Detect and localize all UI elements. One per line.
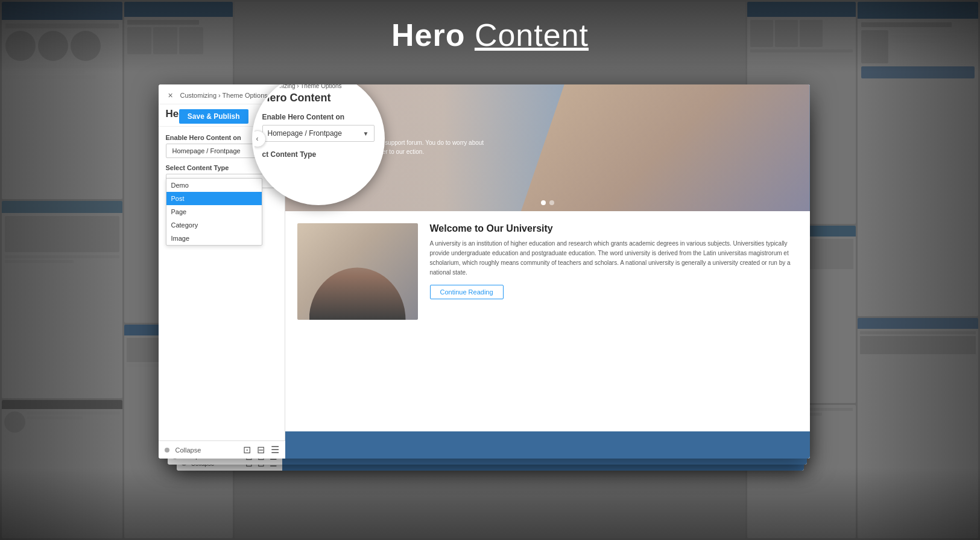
callout-select-value: Homepage / Frontpage	[268, 129, 342, 138]
fade-left	[0, 0, 121, 540]
person-silhouette	[309, 233, 406, 320]
callout-field1-label: Enable Hero Content on	[262, 113, 375, 121]
header-title: Hero Content	[391, 17, 589, 53]
slider-dot-1[interactable]	[541, 200, 546, 205]
dropdown-item-post[interactable]: Post	[166, 192, 262, 205]
slider-dot-2[interactable]	[549, 200, 554, 205]
panels-container: × Customizing › Theme Options Hero Conte…	[159, 84, 822, 495]
dropdown-item-category[interactable]: Category	[166, 218, 262, 232]
fade-right	[859, 0, 980, 540]
close-button[interactable]: ×	[166, 91, 175, 100]
content-title: Welcome to Our University	[430, 223, 798, 234]
callout-select-arrow: ▼	[363, 130, 369, 137]
title-hero-part: Hero	[391, 17, 475, 52]
content-text: Welcome to Our University A university i…	[430, 223, 798, 320]
content-image	[297, 223, 418, 320]
callout-breadcrumb: Customizing › Theme Options	[262, 84, 375, 89]
callout-content: Customizing › Theme Options Hero Content…	[254, 84, 383, 203]
content-section: Welcome to Our University A university i…	[285, 211, 810, 332]
collapse-label[interactable]: Collapse	[175, 446, 201, 454]
tablet-icon[interactable]: ⊟	[257, 444, 265, 456]
breadcrumb: Customizing › Theme Options	[180, 92, 268, 99]
mobile-icon[interactable]: ☰	[271, 444, 279, 456]
content-type-dropdown: Demo Post Page Category Image	[166, 178, 262, 246]
desktop-icon[interactable]: ⊡	[243, 444, 251, 456]
panel-front: × Customizing › Theme Options Hero Conte…	[159, 84, 810, 459]
dropdown-item-demo[interactable]: Demo	[166, 179, 262, 192]
read-more-button[interactable]: Continue Reading	[430, 285, 504, 299]
panel-footer: Collapse ⊡ ⊟ ☰	[159, 440, 285, 459]
content-body: A university is an institution of higher…	[430, 239, 798, 278]
title-content-part: Content	[475, 17, 589, 52]
dropdown-item-image[interactable]: Image	[166, 232, 262, 245]
callout-title: Hero Content	[262, 92, 375, 104]
callout-field1-select[interactable]: Homepage / Frontpage ▼	[262, 125, 375, 142]
bottom-bar	[285, 431, 810, 459]
callout-field2-label: ct Content Type	[262, 150, 375, 159]
save-publish-button[interactable]: Save & Publish	[179, 109, 248, 124]
dropdown-item-page[interactable]: Page	[166, 205, 262, 218]
slider-dots	[541, 200, 554, 205]
hero-image	[521, 84, 810, 211]
